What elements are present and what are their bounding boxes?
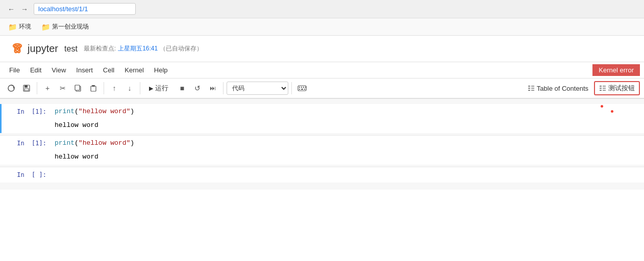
notebook-content: In [1]: print("hellow word") hellow word…: [0, 99, 644, 190]
run-button[interactable]: ▶ 运行: [143, 82, 174, 95]
cell-1-code-area[interactable]: print("hellow word"): [53, 104, 644, 119]
keyboard-icon: [298, 85, 307, 91]
svg-rect-12: [92, 85, 95, 87]
cell-1-output: hellow word: [2, 119, 644, 133]
notebook-name[interactable]: test: [64, 44, 78, 54]
cell-2-output: hellow word: [2, 151, 644, 165]
code-func-1: print: [55, 108, 75, 115]
jupyter-logo-icon: [10, 42, 24, 56]
test-label: 测试按钮: [608, 84, 635, 93]
cell-1-output-text: hellow word: [53, 119, 98, 133]
menu-view[interactable]: View: [46, 64, 71, 76]
move-down-button[interactable]: ↓: [122, 81, 137, 95]
bookmark-startup[interactable]: 📁 第一创业现场: [37, 20, 93, 33]
move-up-button[interactable]: ↑: [107, 81, 121, 95]
toc-label: Table of Contents: [537, 85, 588, 92]
fastforward-button[interactable]: ⏭: [206, 81, 220, 95]
svg-rect-14: [299, 87, 300, 88]
code-func-2: print: [55, 139, 75, 147]
checkpoint-label: 最新检查点:: [84, 44, 116, 53]
cell-2[interactable]: In [1]: print("hellow word") hellow word: [0, 136, 644, 165]
svg-rect-15: [301, 87, 302, 88]
menu-cell[interactable]: Cell: [98, 64, 119, 76]
svg-rect-20: [301, 89, 303, 90]
svg-point-3: [16, 47, 19, 50]
cell-type-select[interactable]: 代码 Markdown Raw NBConvert Heading: [227, 82, 288, 95]
jupyter-header: jupyter test 最新检查点: 上星期五16:41 （已自动保存）: [0, 36, 644, 62]
toc-button[interactable]: Table of Contents: [523, 83, 593, 94]
svg-rect-18: [299, 89, 300, 90]
forward-button[interactable]: →: [19, 4, 30, 14]
cell-1-code: print("hellow word"): [55, 108, 134, 115]
menu-file[interactable]: File: [4, 64, 25, 76]
copy-button[interactable]: [71, 81, 85, 95]
address-bar[interactable]: localhost/test/1/1: [34, 3, 136, 15]
refresh-button[interactable]: ↺: [190, 81, 205, 95]
browser-bar: ← → localhost/test/1/1: [0, 0, 644, 18]
bookmarks-bar: 📁 环境 📁 第一创业现场: [0, 18, 644, 36]
toolbar: + ✂ ↑ ↓ ▶ 运行 ■ ↺ ⏭ 代码 Markdown R: [0, 79, 644, 99]
save-button[interactable]: [19, 81, 34, 95]
svg-rect-10: [75, 85, 80, 90]
checkpoint-time[interactable]: 上星期五16:41: [118, 44, 158, 53]
folder-icon: 📁: [8, 23, 17, 31]
cell-3-code-area[interactable]: [53, 167, 644, 182]
red-dot-1: [601, 105, 603, 108]
url-text: localhost/test/1/1: [38, 5, 88, 13]
cell-1-prompt-area: In [1]: print("hellow word"): [2, 104, 644, 119]
menu-insert[interactable]: Insert: [71, 64, 98, 76]
restart-icon: [7, 84, 15, 92]
back-button[interactable]: ←: [6, 4, 16, 14]
paste-icon: [90, 85, 97, 92]
cell-1[interactable]: In [1]: print("hellow word") hellow word: [0, 104, 644, 133]
jupyter-text: jupyter: [28, 43, 58, 55]
svg-rect-7: [24, 85, 28, 88]
svg-rect-13: [298, 86, 306, 91]
checkpoint-info: 最新检查点: 上星期五16:41 （已自动保存）: [84, 44, 203, 53]
svg-rect-16: [303, 87, 304, 88]
test-button[interactable]: 测试按钮: [594, 81, 640, 95]
svg-rect-19: [304, 89, 305, 90]
paste-button[interactable]: [86, 81, 101, 95]
toolbar-divider-4: [223, 82, 224, 94]
menu-edit[interactable]: Edit: [25, 64, 46, 76]
cell-3-prompt-area: In [ ]:: [2, 167, 644, 182]
browser-controls: ← →: [6, 4, 30, 14]
toolbar-divider-2: [104, 82, 104, 94]
cell-2-output-prompt: [2, 151, 53, 165]
menu-help[interactable]: Help: [149, 64, 173, 76]
svg-rect-8: [24, 89, 29, 91]
restart-kernel-button[interactable]: [4, 81, 18, 95]
jupyter-logo: jupyter: [10, 42, 58, 56]
toc-icon: [528, 85, 535, 92]
cell-2-prompt: In [1]:: [2, 136, 53, 151]
menu-kernel[interactable]: Kernel: [119, 64, 149, 76]
red-dot-2: [611, 110, 613, 113]
cell-1-output-prompt: [2, 119, 53, 133]
cell-2-code: print("hellow word"): [55, 139, 134, 147]
bookmark-env[interactable]: 📁 环境: [4, 20, 35, 33]
bookmark-env-label: 环境: [19, 22, 31, 31]
code-string-2: "hellow word": [79, 139, 130, 147]
add-cell-button[interactable]: +: [40, 81, 55, 95]
stop-button[interactable]: ■: [175, 81, 189, 95]
autosave-label: （已自动保存）: [160, 44, 203, 53]
test-icon: [599, 85, 606, 92]
cut-button[interactable]: ✂: [56, 81, 70, 95]
toolbar-divider-3: [140, 82, 140, 94]
cell-3[interactable]: In [ ]:: [0, 167, 644, 182]
cell-2-code-area[interactable]: print("hellow word"): [53, 136, 644, 151]
cell-3-prompt: In [ ]:: [2, 167, 53, 182]
kernel-error-button[interactable]: Kernel error: [592, 64, 640, 76]
toolbar-divider-1: [37, 82, 37, 94]
keyboard-shortcuts-button[interactable]: [295, 81, 309, 95]
cell-2-prompt-area: In [1]: print("hellow word"): [2, 136, 644, 151]
folder-icon-2: 📁: [41, 23, 50, 31]
run-label: 运行: [155, 84, 168, 93]
toolbar-divider-5: [291, 82, 292, 94]
cell-1-prompt: In [1]:: [2, 104, 53, 119]
cell-2-output-text: hellow word: [53, 151, 98, 165]
run-arrow-icon: ▶: [149, 85, 153, 92]
bookmark-startup-label: 第一创业现场: [52, 22, 89, 31]
jupyter-container: jupyter test 最新检查点: 上星期五16:41 （已自动保存） Fi…: [0, 36, 644, 190]
